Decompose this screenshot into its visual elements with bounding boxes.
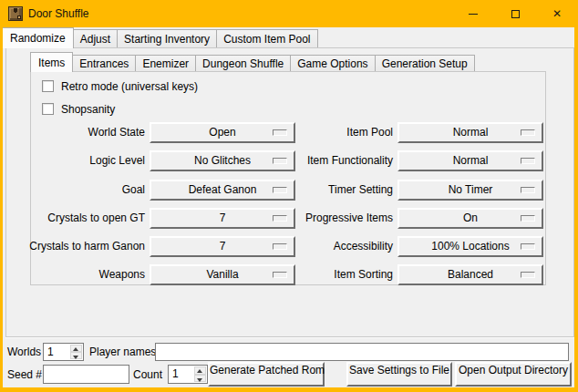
open-output-directory-button[interactable]: Open Output Directory — [455, 362, 572, 387]
items-tab-pane: Retro mode (universal keys) Shopsanity W… — [30, 71, 546, 285]
spin-up-arrow-icon[interactable] — [70, 345, 82, 352]
count-spinner[interactable]: 1 — [168, 365, 208, 384]
tab-randomize[interactable]: Randomize — [2, 27, 74, 48]
retro-mode-label: Retro mode (universal keys) — [61, 80, 198, 93]
sub-tab-bar: Items Entrances Enemizer Dungeon Shuffle… — [30, 52, 475, 72]
weapons-label: Weapons — [9, 264, 145, 285]
dropdown-indicator-icon — [521, 272, 535, 278]
tab-enemizer[interactable]: Enemizer — [135, 55, 196, 71]
seed-label: Seed # — [7, 366, 42, 385]
crystals-harm-ganon-label: Crystals to harm Ganon — [9, 236, 145, 257]
worlds-spinner[interactable]: 1 — [43, 343, 84, 361]
maximize-button[interactable] — [494, 0, 536, 27]
retro-mode-checkbutton[interactable]: Retro mode (universal keys) — [42, 79, 198, 93]
progressive-items-label: Progressive Items — [266, 208, 393, 229]
dropdown-indicator-icon — [521, 158, 535, 164]
shopsanity-label: Shopsanity — [61, 103, 115, 116]
tab-game-options[interactable]: Game Options — [290, 55, 375, 71]
window-title: Door Shuffle — [28, 0, 89, 27]
option-row: Goal Defeat Ganon Timer Setting No Timer — [31, 180, 545, 201]
item-functionality-dropdown[interactable]: Normal — [397, 150, 543, 171]
timer-setting-label: Timer Setting — [266, 180, 393, 201]
dropdown-indicator-icon — [521, 243, 535, 250]
main-tab-bar: Randomize Adjust Starting Inventory Cust… — [2, 27, 318, 48]
progressive-items-dropdown[interactable]: On — [397, 208, 543, 229]
logic-level-label: Logic Level — [9, 150, 145, 171]
worlds-label: Worlds — [7, 343, 41, 361]
world-state-label: World State — [9, 122, 145, 143]
shopsanity-checkbutton[interactable]: Shopsanity — [42, 102, 115, 116]
count-label: Count — [133, 366, 162, 385]
player-names-label: Player names — [89, 343, 156, 361]
dropdown-indicator-icon — [521, 187, 535, 193]
player-names-input[interactable] — [155, 343, 569, 361]
crystals-open-gt-label: Crystals to open GT — [9, 208, 145, 229]
shopsanity-checkbox[interactable] — [42, 103, 54, 115]
option-row: World State Open Item Pool Normal — [31, 122, 545, 143]
option-row: Logic Level No Glitches Item Functionali… — [31, 150, 545, 171]
spin-down-arrow-icon[interactable] — [70, 352, 82, 359]
item-pool-dropdown[interactable]: Normal — [397, 122, 543, 143]
dropdown-indicator-icon — [521, 215, 535, 222]
tab-items[interactable]: Items — [30, 52, 73, 72]
spin-down-arrow-icon[interactable] — [194, 375, 206, 383]
tab-dungeon-shuffle[interactable]: Dungeon Shuffle — [195, 55, 291, 71]
close-button[interactable] — [536, 0, 578, 27]
seed-input[interactable] — [43, 365, 129, 384]
tab-adjust[interactable]: Adjust — [73, 29, 118, 47]
option-row: Crystals to harm Ganon 7 Accessibility 1… — [31, 236, 545, 257]
item-sorting-label: Item Sorting — [266, 264, 393, 285]
generate-patched-rom-button[interactable]: Generate Patched Rom — [208, 362, 325, 387]
accessibility-dropdown[interactable]: 100% Locations — [397, 236, 543, 257]
retro-mode-checkbox[interactable] — [42, 80, 54, 92]
timer-setting-dropdown[interactable]: No Timer — [397, 180, 543, 201]
accessibility-label: Accessibility — [266, 236, 393, 257]
maximize-icon — [511, 10, 520, 18]
window-border-right — [574, 27, 578, 392]
item-pool-label: Item Pool — [266, 122, 393, 143]
door-app-icon — [8, 6, 23, 21]
minimize-icon — [469, 14, 478, 15]
tab-generation-setup[interactable]: Generation Setup — [375, 55, 475, 71]
item-sorting-dropdown[interactable]: Balanced — [397, 264, 543, 285]
spin-up-arrow-icon[interactable] — [194, 366, 206, 375]
tab-entrances[interactable]: Entrances — [72, 55, 136, 71]
tab-starting-inventory[interactable]: Starting Inventory — [117, 29, 217, 47]
dropdown-indicator-icon — [521, 129, 535, 136]
item-functionality-label: Item Functionality — [266, 150, 393, 171]
tab-custom-item-pool[interactable]: Custom Item Pool — [216, 29, 317, 47]
goal-label: Goal — [9, 180, 145, 201]
window-border-left — [0, 27, 3, 392]
titlebar: Door Shuffle — [0, 0, 578, 27]
window-border-bottom — [0, 387, 578, 392]
minimize-button[interactable] — [452, 0, 494, 27]
save-settings-button[interactable]: Save Settings to File — [346, 362, 452, 387]
option-row: Weapons Vanilla Item Sorting Balanced — [31, 264, 545, 285]
close-icon — [552, 7, 562, 20]
option-row: Crystals to open GT 7 Progressive Items … — [31, 208, 545, 229]
